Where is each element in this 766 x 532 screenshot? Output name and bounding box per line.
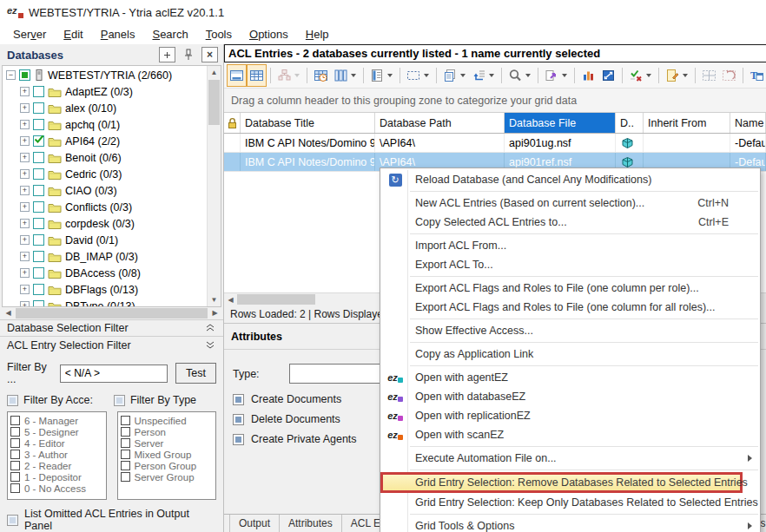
- tab-output[interactable]: Output: [229, 515, 280, 532]
- tree-item-alex[interactable]: +alex (0/10): [3, 100, 207, 116]
- tree-checkbox[interactable]: [19, 69, 30, 81]
- access-level-item[interactable]: 6 - Manager: [10, 415, 103, 426]
- chart-button[interactable]: [578, 64, 598, 87]
- checkbox[interactable]: [10, 427, 20, 437]
- tree-checkbox[interactable]: [33, 135, 44, 147]
- tree-horizontal-scrollbar[interactable]: ◀ ▶: [2, 307, 221, 319]
- tree-checkbox[interactable]: [33, 152, 44, 163]
- context-menu-item-show-effective-access-[interactable]: Show Effective Access...: [380, 321, 760, 340]
- column-header-inherit-from[interactable]: Inherit From: [644, 113, 730, 133]
- tree-item-cedric[interactable]: +Cedric (0/3): [3, 166, 207, 182]
- menu-help[interactable]: Help: [297, 26, 338, 43]
- expand-icon[interactable]: +: [20, 186, 30, 195]
- checkbox[interactable]: [10, 416, 20, 425]
- context-menu-item-open-with-replicationez[interactable]: ezOpen with replicationEZ: [380, 406, 760, 425]
- access-level-item[interactable]: 2 - Reader: [10, 460, 103, 471]
- tree-checkbox[interactable]: [33, 102, 44, 114]
- validate-button[interactable]: [626, 64, 655, 87]
- dropdown-caret-icon[interactable]: [489, 74, 494, 77]
- search-button[interactable]: [505, 64, 534, 87]
- tree-checkbox[interactable]: [33, 218, 44, 229]
- tree-checkbox[interactable]: [33, 185, 44, 196]
- tree-checkbox[interactable]: [33, 300, 44, 306]
- tree-checkbox[interactable]: [33, 119, 44, 130]
- selection-button[interactable]: [404, 64, 433, 87]
- menu-panels[interactable]: Panels: [92, 26, 144, 43]
- columns-button[interactable]: [331, 64, 360, 87]
- dropdown-caret-icon[interactable]: [387, 74, 393, 77]
- expand-icon[interactable]: +: [20, 202, 30, 212]
- scroll-left-icon[interactable]: ◀: [2, 307, 15, 319]
- context-menu-item-grid-entry-selection-keep-only-databases-related[interactable]: Grid Entry Selection: Keep Only Database…: [380, 493, 760, 512]
- scroll-down-icon[interactable]: ▼: [208, 294, 221, 306]
- access-level-item[interactable]: 5 - Designer: [10, 426, 103, 437]
- checkbox[interactable]: [10, 472, 20, 482]
- context-menu-item-export-acl-flags-and-roles-to-file-one-column-pe[interactable]: Export ACL Flags and Roles to File (one …: [380, 279, 760, 298]
- context-menu-item-export-acl-flags-and-roles-to-file-one-column-fo[interactable]: Export ACL Flags and Roles to File (one …: [380, 298, 760, 317]
- checkbox[interactable]: [121, 472, 130, 482]
- expand-icon[interactable]: +: [20, 153, 30, 162]
- checkbox[interactable]: [10, 450, 20, 459]
- test-button[interactable]: Test: [175, 363, 216, 384]
- expand-icon[interactable]: +: [20, 301, 30, 306]
- database-selection-filter-header[interactable]: Database Selection Filter: [0, 319, 223, 337]
- tree-checkbox[interactable]: [33, 168, 44, 180]
- entry-type-item[interactable]: Person: [121, 426, 214, 437]
- menu-edit[interactable]: Edit: [55, 26, 91, 43]
- expand-icon[interactable]: +: [20, 103, 30, 113]
- dropdown-caret-icon[interactable]: [683, 74, 688, 77]
- expand-icon[interactable]: +: [20, 252, 30, 261]
- hierarchy-button[interactable]: [274, 64, 303, 87]
- checkbox[interactable]: [10, 438, 20, 448]
- grid-dashed-button[interactable]: [699, 64, 719, 87]
- context-menu-item-grid-entry-selection-remove-databases-related-to[interactable]: Grid Entry Selection: Remove Databases R…: [380, 472, 743, 493]
- context-menu-item-open-with-databaseez[interactable]: ezOpen with databaseEZ: [380, 387, 760, 406]
- expand-icon[interactable]: +: [20, 169, 30, 179]
- dropdown-caret-icon[interactable]: [525, 74, 531, 77]
- checkbox[interactable]: [10, 483, 20, 493]
- access-level-item[interactable]: 3 - Author: [10, 449, 103, 460]
- menu-options[interactable]: Options: [241, 26, 297, 43]
- checkbox[interactable]: [121, 438, 130, 448]
- copy-button[interactable]: [440, 64, 469, 87]
- tree-item-dbflags[interactable]: +DBFlags (0/13): [3, 281, 207, 298]
- expand-icon[interactable]: +: [20, 87, 30, 96]
- tree-item-db_imap[interactable]: +DB_IMAP (0/3): [3, 248, 207, 265]
- list-omitted-checkbox[interactable]: [7, 515, 18, 526]
- grid-view-button[interactable]: [247, 64, 267, 87]
- menu-server[interactable]: Server: [4, 26, 55, 43]
- menu-tools[interactable]: Tools: [197, 26, 241, 43]
- checkbox[interactable]: [233, 434, 244, 445]
- form-view-button[interactable]: [227, 64, 247, 87]
- column-header-database-file[interactable]: Database File: [505, 113, 616, 133]
- expand-all-icon[interactable]: [159, 47, 175, 62]
- scroll-right-icon[interactable]: ▶: [208, 307, 221, 319]
- tree-item-benoit[interactable]: +Benoit (0/6): [3, 149, 207, 166]
- checkbox[interactable]: [233, 394, 244, 405]
- context-menu-item-copy-as-application-link[interactable]: Copy as Application Link: [380, 345, 760, 364]
- grid-undo-button[interactable]: [719, 64, 739, 87]
- expand-icon[interactable]: +: [20, 120, 30, 129]
- context-menu-item-copy-selected-acl-entries-to-[interactable]: Copy Selected ACL Entries to...Ctrl+E: [380, 213, 760, 232]
- collapse-icon[interactable]: −: [6, 70, 16, 80]
- tree-item-webtest/ytria[interactable]: −WEBTEST/YTRIA (2/660): [3, 67, 207, 83]
- checkbox[interactable]: [121, 427, 130, 437]
- tree-checkbox[interactable]: [33, 201, 44, 213]
- dropdown-caret-icon[interactable]: [562, 74, 567, 77]
- dropdown-caret-icon[interactable]: [460, 74, 466, 77]
- access-level-item[interactable]: 0 - No Access: [10, 483, 103, 494]
- scroll-up-icon[interactable]: ▲: [208, 66, 221, 78]
- tree-item-david[interactable]: +David (0/1): [3, 232, 207, 248]
- column-header-name[interactable]: Name: [730, 113, 766, 133]
- context-menu-item-open-with-scanez[interactable]: ezOpen with scanEZ: [380, 425, 760, 444]
- tree-checkbox[interactable]: [33, 234, 44, 246]
- grid-row[interactable]: IBM C API Notes/Domino 9\API64\api901ug.…: [224, 134, 766, 153]
- dropdown-caret-icon[interactable]: [646, 74, 651, 77]
- context-menu-item-open-with-agentez[interactable]: ezOpen with agentEZ: [380, 368, 760, 387]
- tree-checkbox[interactable]: [33, 284, 44, 295]
- context-menu-item-execute-automation-file-on-[interactable]: Execute Automation File on...: [380, 449, 760, 468]
- checkbox[interactable]: [121, 450, 130, 459]
- context-menu-item-export-acl-to-[interactable]: Export ACL To...: [380, 255, 760, 274]
- tree-checkbox[interactable]: [33, 267, 44, 279]
- entry-type-item[interactable]: Server: [121, 437, 214, 449]
